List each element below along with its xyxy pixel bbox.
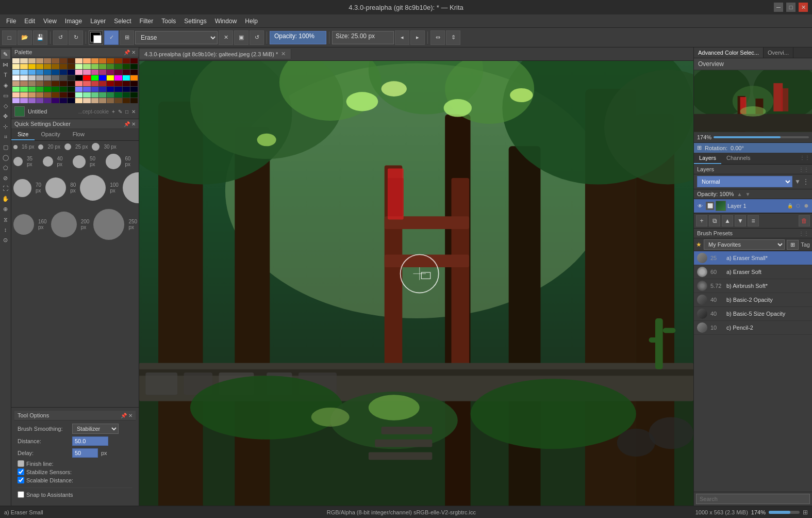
palette-cell[interactable] xyxy=(83,92,90,98)
qs-pin-button[interactable]: 📌 xyxy=(124,121,130,127)
tag-button[interactable]: ⊞ xyxy=(787,240,799,250)
palette-cell[interactable] xyxy=(83,75,90,80)
palette-cell[interactable] xyxy=(44,87,51,92)
color-swatch[interactable] xyxy=(89,30,103,45)
palette-cell[interactable] xyxy=(28,75,36,80)
palette-cell[interactable] xyxy=(123,75,130,80)
palette-cell[interactable] xyxy=(44,64,51,69)
undo-button[interactable]: ↺ xyxy=(53,30,68,45)
palette-cell[interactable] xyxy=(75,81,82,86)
tool-crop[interactable]: ⌗ xyxy=(1,132,10,141)
palette-cell[interactable] xyxy=(107,87,114,92)
palette-cell[interactable] xyxy=(130,70,138,75)
menu-window[interactable]: Window xyxy=(211,17,241,26)
palette-cell[interactable] xyxy=(60,64,67,69)
delete-layer-button[interactable]: 🗑 xyxy=(799,215,810,226)
palette-cell[interactable] xyxy=(12,81,20,86)
palette-cell[interactable] xyxy=(83,87,90,92)
palette-cell[interactable] xyxy=(68,81,75,86)
menu-image[interactable]: Image xyxy=(61,17,86,26)
palette-cell[interactable] xyxy=(123,98,130,103)
new-document-button[interactable]: □ xyxy=(2,30,16,45)
palette-cell[interactable] xyxy=(83,58,90,63)
palette-cell[interactable] xyxy=(20,87,27,92)
to-close-button[interactable]: ✕ xyxy=(128,413,132,418)
palette-cell[interactable] xyxy=(75,58,82,63)
preset-item[interactable]: 40 b) Basic-5 Size Opacity xyxy=(694,307,812,321)
palette-cell[interactable] xyxy=(75,92,82,98)
scalable-checkbox[interactable] xyxy=(18,477,24,483)
palette-cell[interactable] xyxy=(91,58,98,63)
preset-item[interactable]: 60 a) Eraser Soft xyxy=(694,265,812,279)
layer-visibility-icon[interactable]: 👁 xyxy=(696,202,704,210)
palette-cell[interactable] xyxy=(20,92,27,98)
palette-cell[interactable] xyxy=(123,70,130,75)
palette-cell[interactable] xyxy=(68,87,75,92)
palette-cell[interactable] xyxy=(28,64,36,69)
palette-cell[interactable] xyxy=(130,81,138,86)
preset-item[interactable]: 25 a) Eraser Small* xyxy=(694,251,812,265)
palette-cell[interactable] xyxy=(107,92,114,98)
palette-cell[interactable] xyxy=(107,70,114,75)
brush-smoothing-select[interactable]: Stabilizer xyxy=(72,424,119,434)
palette-cell[interactable] xyxy=(130,98,138,103)
palette-cell[interactable] xyxy=(107,58,114,63)
tab-layers[interactable]: Layers xyxy=(694,153,721,164)
menu-edit[interactable]: Edit xyxy=(20,17,39,26)
palette-cell[interactable] xyxy=(107,75,114,80)
finish-line-checkbox[interactable] xyxy=(18,460,24,467)
opacity-down-icon[interactable]: ▼ xyxy=(745,191,750,197)
add-layer-button[interactable]: + xyxy=(696,215,707,226)
size-display[interactable]: Size: 25.00 px xyxy=(332,31,394,44)
palette-cell[interactable] xyxy=(114,98,122,103)
palette-cell[interactable] xyxy=(20,70,27,75)
canvas-close-button[interactable]: ✕ xyxy=(281,51,286,57)
palette-cell[interactable] xyxy=(123,58,130,63)
palette-cell[interactable] xyxy=(36,98,43,103)
tool-zoom[interactable]: ⊕ xyxy=(1,204,10,214)
palette-cell[interactable] xyxy=(28,87,36,92)
close-button[interactable]: ✕ xyxy=(799,3,808,12)
brush-dot-100[interactable] xyxy=(80,175,106,201)
palette-cell[interactable] xyxy=(12,92,20,98)
menu-settings[interactable]: Settings xyxy=(180,17,210,26)
palette-cell[interactable] xyxy=(28,81,36,86)
qs-tab-opacity[interactable]: Opacity xyxy=(35,129,66,140)
palette-cell[interactable] xyxy=(28,98,36,103)
qs-tab-size[interactable]: Size xyxy=(11,129,35,140)
palette-cell[interactable] xyxy=(52,81,59,86)
palette-cell[interactable] xyxy=(52,70,59,75)
pattern-button[interactable]: ⊞ xyxy=(120,30,134,45)
palette-save-button[interactable]: □ xyxy=(125,109,128,115)
palette-cell[interactable] xyxy=(130,92,138,98)
palette-cell[interactable] xyxy=(44,75,51,80)
palette-cell[interactable] xyxy=(36,70,43,75)
tool-freehand-select[interactable]: ⊘ xyxy=(1,173,10,183)
palette-cell[interactable] xyxy=(44,92,51,98)
size-decrease-button[interactable]: ◂ xyxy=(395,30,409,45)
brush-dot-50[interactable] xyxy=(73,155,86,168)
background-color[interactable] xyxy=(93,35,102,43)
palette-cell[interactable] xyxy=(114,64,122,69)
menu-file[interactable]: File xyxy=(2,17,20,26)
tool-contiguous-select[interactable]: ⛶ xyxy=(1,184,10,193)
brush-dot-60[interactable] xyxy=(106,154,121,169)
preset-item[interactable]: 10 c) Pencil-2 xyxy=(694,321,812,335)
overview-thumbnail[interactable] xyxy=(694,70,812,132)
brush-dot-80[interactable] xyxy=(45,177,66,198)
palette-cell[interactable] xyxy=(52,75,59,80)
save-button[interactable]: 💾 xyxy=(33,30,47,45)
tool-fill[interactable]: ◈ xyxy=(1,80,10,90)
palette-cell[interactable] xyxy=(20,81,27,86)
palette-cell[interactable] xyxy=(20,58,27,63)
palette-cell[interactable] xyxy=(91,81,98,86)
palette-cell[interactable] xyxy=(36,64,43,69)
palette-cell[interactable] xyxy=(114,58,122,63)
brush-presets-menu-icon[interactable]: ⋮⋮ xyxy=(799,231,809,236)
brush-dot-35[interactable] xyxy=(13,157,23,166)
palette-add-button[interactable]: + xyxy=(112,109,115,115)
canvas-viewport[interactable] xyxy=(139,61,693,506)
palette-cell[interactable] xyxy=(114,75,122,80)
brush-dot-160[interactable] xyxy=(13,214,34,235)
palette-cell[interactable] xyxy=(12,70,20,75)
